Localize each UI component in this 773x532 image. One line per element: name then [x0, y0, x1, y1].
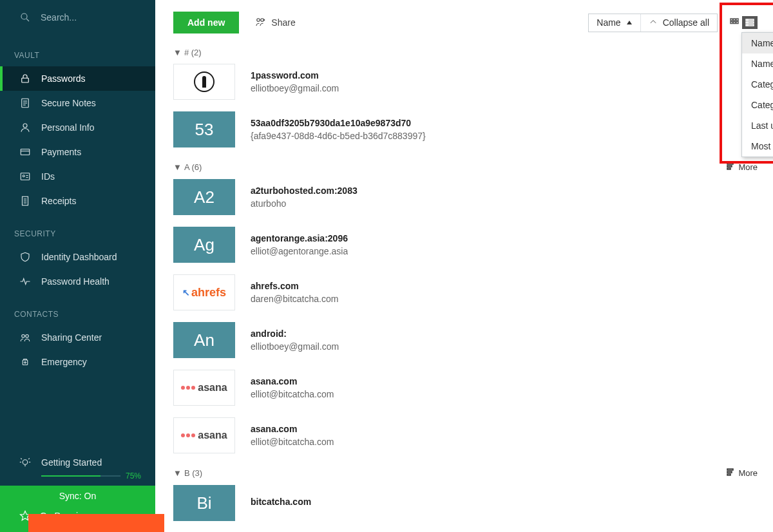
group-key: # — [184, 48, 191, 57]
entry-title: a2turbohosted.com:2083 — [251, 185, 358, 196]
group-header[interactable]: ▼A (6)More — [173, 157, 758, 179]
sidebar-item-label: Payments — [41, 147, 81, 157]
sidebar-item-label: Emergency — [41, 357, 87, 367]
sort-option[interactable]: Last used — [742, 115, 773, 136]
entry-thumb: asana — [173, 370, 235, 406]
entry-row[interactable]: Agagentorange.asia:2096elliot@agentorang… — [173, 227, 758, 263]
svg-rect-33 — [730, 19, 732, 21]
share-button[interactable]: Share — [254, 16, 295, 30]
entry-title: asana.com — [251, 424, 334, 434]
sidebar-item-payments[interactable]: Payments — [0, 140, 155, 164]
group-header[interactable]: ▼# (2) — [173, 43, 758, 64]
progress-fill — [41, 475, 100, 477]
sort-option[interactable]: Category (Reversed) — [742, 95, 773, 115]
search-icon — [19, 12, 31, 23]
svg-marker-32 — [627, 21, 632, 24]
svg-line-27 — [21, 459, 22, 460]
entry-subtitle: elliot@bitcatcha.com — [251, 437, 334, 447]
sidebar-item-receipts[interactable]: Receipts — [0, 189, 155, 213]
entry-row[interactable]: ↖ahrefsahrefs.comdaren@bitcatcha.com — [173, 274, 758, 310]
sidebar-item-personal-info[interactable]: Personal Info — [0, 115, 155, 140]
view-list-button[interactable] — [742, 16, 758, 29]
view-grid-button[interactable] — [727, 16, 742, 29]
entry-subtitle: aturboho — [251, 198, 358, 209]
toolbar: Add new Share Name — [155, 0, 773, 43]
sidebar-item-identity-dashboard[interactable]: Identity Dashboard — [0, 245, 155, 269]
sort-button[interactable]: Name — [589, 14, 640, 32]
group-more[interactable]: More — [727, 468, 758, 479]
svg-rect-34 — [734, 19, 736, 21]
share-label: Share — [271, 17, 295, 28]
entry-row[interactable]: Anandroid:elliotboey@gmail.com — [173, 322, 758, 358]
shield-icon — [19, 251, 31, 263]
entry-title: 1password.com — [251, 70, 339, 81]
entry-row[interactable]: asanaasana.comelliot@bitcatcha.com — [173, 370, 758, 406]
sort-option[interactable]: Name (Reversed) — [742, 53, 773, 74]
more-label: More — [738, 468, 758, 478]
group-key: A — [184, 162, 192, 172]
svg-point-30 — [257, 18, 260, 21]
entry-title: android: — [251, 328, 339, 339]
sync-status[interactable]: Sync: On — [0, 486, 155, 505]
svg-rect-10 — [21, 173, 30, 180]
entry-subtitle: elliot@bitcatcha.com — [251, 389, 334, 399]
getting-started-label: Getting Started — [41, 457, 141, 468]
entry-thumb: Bi — [173, 485, 235, 521]
pulse-icon — [19, 276, 31, 287]
id-icon — [19, 171, 31, 182]
sidebar-item-label: Secure Notes — [41, 98, 96, 108]
search-input[interactable] — [41, 12, 118, 23]
getting-started[interactable]: Getting Started 75% — [0, 448, 155, 486]
sort-option[interactable]: Category — [742, 74, 773, 95]
card-icon — [19, 146, 31, 158]
collapse-all-button[interactable]: Collapse all — [641, 14, 717, 32]
svg-point-7 — [23, 124, 27, 128]
svg-rect-8 — [21, 149, 30, 155]
group-key: B — [184, 468, 192, 478]
sort-collapse-group: Name Collapse all — [588, 14, 718, 32]
sidebar-item-label: Sharing Center — [41, 332, 102, 343]
add-new-button[interactable]: Add new — [173, 12, 239, 33]
progress-track — [41, 475, 120, 477]
svg-rect-42 — [748, 22, 754, 23]
group-more[interactable]: More — [727, 162, 758, 173]
receipt-icon — [19, 195, 31, 207]
svg-rect-38 — [736, 22, 738, 24]
orange-banner — [28, 514, 164, 532]
svg-rect-47 — [727, 168, 730, 169]
search-row[interactable] — [0, 0, 155, 35]
svg-rect-39 — [746, 19, 747, 21]
group-count: (2) — [191, 48, 202, 57]
entry-title: agentorange.asia:2096 — [251, 233, 348, 243]
lock-icon — [19, 73, 31, 84]
svg-line-1 — [26, 19, 29, 21]
main: Add new Share Name — [155, 0, 773, 532]
svg-point-0 — [21, 14, 27, 19]
sidebar-item-sharing-center[interactable]: Sharing Center — [0, 325, 155, 350]
sidebar-item-label: Receipts — [41, 196, 76, 206]
svg-line-28 — [28, 459, 30, 460]
group-header[interactable]: ▼B (3)More — [173, 462, 758, 485]
entry-row[interactable]: asanaasana.comelliot@bitcatcha.com — [173, 417, 758, 453]
svg-rect-43 — [746, 24, 747, 26]
entry-thumb — [173, 64, 235, 100]
collapse-label: Collapse all — [663, 17, 709, 28]
entry-row[interactable]: Bibitcatcha.com — [173, 485, 758, 521]
sidebar-item-emergency[interactable]: Emergency — [0, 350, 155, 374]
entry-row[interactable]: 1password.comelliotboey@gmail.com — [173, 64, 758, 100]
note-icon — [19, 97, 31, 109]
sidebar-item-passwords[interactable]: Passwords — [0, 66, 155, 91]
entry-row[interactable]: 5353aa0df3205b7930da1e10a9e9873d70{afa9e… — [173, 111, 758, 147]
svg-rect-45 — [727, 163, 733, 164]
sort-option[interactable]: Name — [742, 33, 773, 53]
sidebar-item-password-health[interactable]: Password Health — [0, 269, 155, 294]
sort-option[interactable]: Most used — [742, 136, 773, 157]
more-icon — [727, 162, 736, 173]
sidebar-item-secure-notes[interactable]: Secure Notes — [0, 91, 155, 115]
entry-thumb: asana — [173, 417, 235, 453]
entry-row[interactable]: A2a2turbohosted.com:2083aturboho — [173, 179, 758, 215]
group-count: (6) — [191, 162, 202, 172]
entry-thumb: 53 — [173, 111, 235, 147]
svg-rect-44 — [748, 24, 754, 26]
sidebar-item-ids[interactable]: IDs — [0, 164, 155, 189]
